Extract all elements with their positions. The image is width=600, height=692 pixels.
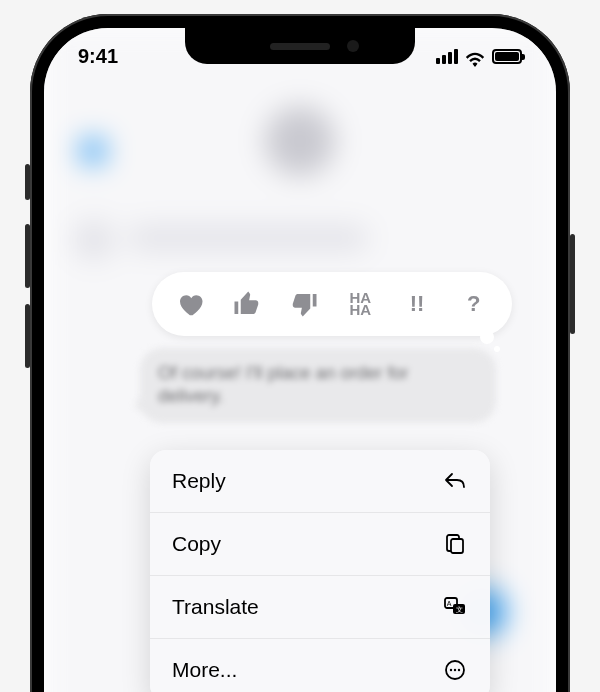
svg-point-6: [450, 669, 452, 671]
message-text: Of course! I'll place an order for deliv…: [158, 362, 478, 409]
heart-icon: [175, 289, 205, 319]
menu-more-label: More...: [172, 658, 237, 682]
volume-up-button: [25, 224, 30, 288]
menu-copy[interactable]: Copy: [150, 513, 490, 576]
menu-reply-label: Reply: [172, 469, 226, 493]
status-bar: 9:41: [44, 28, 556, 84]
menu-copy-label: Copy: [172, 532, 221, 556]
thumbs-up-icon: [232, 289, 262, 319]
side-button: [570, 234, 575, 334]
message-context-menu: Reply Copy Translate A文 More...: [150, 450, 490, 692]
tapback-thumbs-up[interactable]: [227, 284, 267, 324]
copy-icon: [442, 531, 468, 557]
tapback-question[interactable]: ?: [454, 284, 494, 324]
cellular-signal-icon: [436, 49, 458, 64]
svg-point-8: [458, 669, 460, 671]
iphone-frame: 9:41 HA HA !! ?: [30, 14, 570, 692]
more-icon: [442, 657, 468, 683]
tapback-thumbs-down[interactable]: [284, 284, 324, 324]
status-indicators: [436, 49, 522, 64]
tapback-heart[interactable]: [170, 284, 210, 324]
thumbs-down-icon: [289, 289, 319, 319]
status-time: 9:41: [78, 45, 118, 68]
selected-message-bubble[interactable]: Of course! I'll place an order for deliv…: [140, 348, 496, 423]
translate-icon: A文: [442, 594, 468, 620]
mute-switch: [25, 164, 30, 200]
menu-translate-label: Translate: [172, 595, 259, 619]
svg-rect-0: [451, 539, 463, 553]
menu-reply[interactable]: Reply: [150, 450, 490, 513]
menu-more[interactable]: More...: [150, 639, 490, 692]
tapback-haha[interactable]: HA HA: [340, 284, 380, 324]
reply-icon: [442, 468, 468, 494]
screen: 9:41 HA HA !! ?: [44, 28, 556, 692]
battery-icon: [492, 49, 522, 64]
tapback-emphasis[interactable]: !!: [397, 284, 437, 324]
svg-text:A: A: [447, 600, 452, 607]
wifi-icon: [465, 49, 485, 64]
tapback-bar: HA HA !! ?: [152, 272, 512, 336]
svg-text:文: 文: [456, 606, 463, 613]
volume-down-button: [25, 304, 30, 368]
menu-translate[interactable]: Translate A文: [150, 576, 490, 639]
svg-point-7: [454, 669, 456, 671]
